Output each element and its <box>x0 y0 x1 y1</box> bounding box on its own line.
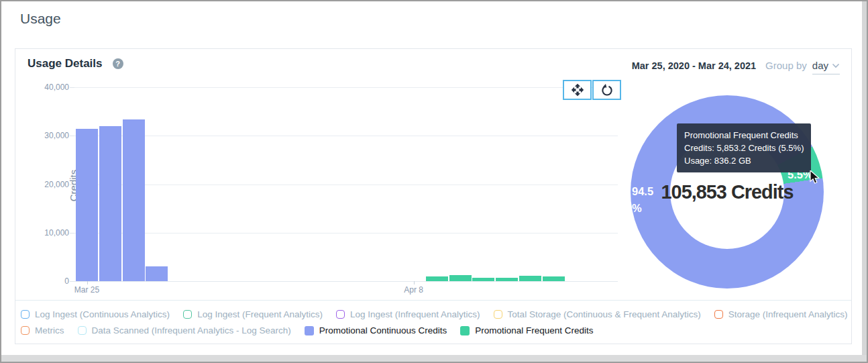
legend-item[interactable]: Data Scanned (Infrequent Analytics - Log… <box>78 325 291 335</box>
y-tick-label: 10,000 <box>22 228 69 238</box>
tooltip-title: Promotional Frequent Credits <box>684 129 804 142</box>
group-by-control: Group by day <box>765 60 840 74</box>
gridline <box>74 281 618 282</box>
bar[interactable] <box>543 276 565 281</box>
legend-item-label: Total Storage (Continuous & Frequent Ana… <box>508 309 701 319</box>
gridline <box>74 233 618 234</box>
group-by-label: Group by <box>765 60 807 71</box>
legend-item[interactable]: Log Ingest (Continuous Analytics) <box>21 309 170 319</box>
card-title: Usage Details <box>28 57 103 70</box>
bar[interactable] <box>496 278 518 281</box>
tooltip-usage: Usage: 836.2 GB <box>684 154 804 167</box>
legend-item[interactable]: Promotional Continuous Credits <box>305 325 447 335</box>
x-tick-mark <box>87 281 88 284</box>
slice-label-majority: 94.5 % <box>632 183 665 217</box>
legend-item[interactable]: Total Storage (Continuous & Frequent Ana… <box>494 309 701 319</box>
legend-row-2: MetricsData Scanned (Infrequent Analytic… <box>21 325 846 335</box>
chart-tooltip: Promotional Frequent Credits Credits: 5,… <box>677 123 811 172</box>
legend-item-label: Promotional Frequent Credits <box>475 325 593 335</box>
app-window: Usage Usage Details ? Mar 25, 2020 - Mar… <box>0 0 868 363</box>
chevron-down-icon <box>832 63 840 68</box>
question-mark-icon[interactable]: ? <box>113 58 123 69</box>
x-tick-label: Mar 25 <box>64 285 111 295</box>
bar[interactable] <box>146 266 168 281</box>
header-controls: Mar 25, 2020 - Mar 24, 2021 Group by day <box>632 60 840 74</box>
y-tick-mark <box>70 233 74 234</box>
legend-checkbox[interactable] <box>21 310 30 319</box>
legend-item-label: Storage (Infrequent Analytics) <box>728 309 848 319</box>
legend-filled-swatch[interactable] <box>305 326 314 335</box>
legend-item[interactable]: Log Ingest (Infrequent Analytics) <box>336 309 480 319</box>
y-tick-mark <box>70 87 74 88</box>
usage-details-card: Usage Details ? Mar 25, 2020 - Mar 24, 2… <box>15 48 852 344</box>
legend-item-label: Metrics <box>35 325 64 335</box>
rotate-left-icon <box>600 83 614 97</box>
legend-checkbox[interactable] <box>714 310 723 319</box>
y-tick-mark <box>70 136 74 136</box>
date-range: Mar 25, 2020 - Mar 24, 2021 <box>632 60 756 71</box>
legend-filled-swatch[interactable] <box>460 326 470 335</box>
legend-item[interactable]: Metrics <box>21 325 64 335</box>
tooltip-credits: Credits: 5,853.2 Credits (5.5%) <box>684 142 804 154</box>
legend-item-label: Log Ingest (Continuous Analytics) <box>35 309 170 319</box>
pan-button[interactable] <box>563 80 592 100</box>
reset-button[interactable] <box>592 80 621 100</box>
bar[interactable] <box>123 119 145 281</box>
legend-item[interactable]: Storage (Infrequent Analytics) <box>714 309 848 319</box>
legend-checkbox[interactable] <box>183 310 192 319</box>
mouse-cursor-icon <box>809 170 822 187</box>
bar[interactable] <box>426 276 448 281</box>
gridline <box>74 136 618 136</box>
group-by-value: day <box>812 60 828 71</box>
bar[interactable] <box>449 275 472 281</box>
move-icon <box>571 83 584 97</box>
horizontal-scrollbar[interactable] <box>1 355 867 362</box>
card-header: Usage Details ? <box>28 57 123 70</box>
legend-item[interactable]: Log Ingest (Frequent Analytics) <box>183 309 323 319</box>
bar[interactable] <box>519 276 541 281</box>
legend-checkbox[interactable] <box>494 310 502 319</box>
legend-item-label: Promotional Continuous Credits <box>319 325 447 335</box>
legend-item-label: Log Ingest (Infrequent Analytics) <box>350 309 480 319</box>
vertical-scrollbar[interactable] <box>862 1 867 355</box>
x-tick-mark <box>414 281 415 284</box>
y-tick-mark <box>70 185 74 185</box>
bar[interactable] <box>99 126 121 281</box>
legend-checkbox[interactable] <box>336 310 345 319</box>
legend-item-label: Log Ingest (Frequent Analytics) <box>197 309 323 319</box>
y-tick-mark <box>70 281 74 282</box>
y-tick-label: 30,000 <box>22 131 69 140</box>
legend-item-label: Data Scanned (Infrequent Analytics - Log… <box>92 325 291 335</box>
y-tick-label: 20,000 <box>22 180 69 189</box>
gridline <box>74 87 618 88</box>
chart-toolbar <box>563 80 621 100</box>
gridline <box>74 185 618 185</box>
legend-checkbox[interactable] <box>78 326 87 335</box>
legend: Log Ingest (Continuous Analytics)Log Ing… <box>15 300 851 344</box>
legend-item[interactable]: Promotional Frequent Credits <box>460 325 593 335</box>
bar[interactable] <box>76 129 98 281</box>
group-by-dropdown[interactable]: day <box>812 60 840 74</box>
page-title: Usage <box>20 11 61 27</box>
x-tick-label: Apr 8 <box>390 285 437 295</box>
bar-chart: Credits <box>74 87 618 281</box>
bar[interactable] <box>472 278 494 281</box>
y-tick-label: 0 <box>22 276 69 286</box>
legend-checkbox[interactable] <box>21 326 30 335</box>
legend-row-1: Log Ingest (Continuous Analytics)Log Ing… <box>21 309 846 319</box>
y-tick-label: 40,000 <box>22 83 69 92</box>
